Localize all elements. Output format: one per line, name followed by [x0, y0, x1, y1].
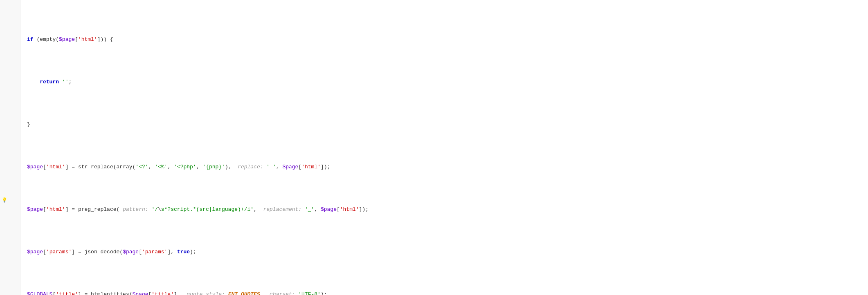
code-line-2: return '';: [27, 78, 868, 87]
ln-28: [0, 231, 20, 240]
ln-1: [0, 2, 20, 10]
ln-6: [0, 44, 20, 53]
code-content: if (empty($page['html'])) { return ''; }…: [20, 0, 868, 295]
ln-26: [0, 214, 20, 223]
ln-9: [0, 69, 20, 78]
ln-33: [0, 274, 20, 282]
ln-24-icon: [0, 197, 20, 206]
ln-12: [0, 95, 20, 104]
editor-container: if (empty($page['html'])) { return ''; }…: [0, 0, 868, 295]
ln-32: [0, 265, 20, 274]
code-line-6: $page['params'] = json_decode($page['par…: [27, 248, 868, 257]
ln-8: [0, 61, 20, 70]
ln-20: [0, 163, 20, 172]
ln-30: [0, 248, 20, 257]
ln-4: [0, 27, 20, 36]
code-line-5: $page['html'] = preg_replace( pattern: '…: [27, 206, 868, 214]
ln-13: [0, 104, 20, 112]
ln-15: [0, 121, 20, 129]
ln-27: [0, 223, 20, 231]
ln-22: [0, 180, 20, 189]
ln-31: [0, 257, 20, 265]
ln-19: [0, 154, 20, 163]
ln-34: [0, 282, 20, 291]
ln-25: [0, 206, 20, 214]
ln-29: [0, 239, 20, 248]
ln-18: [0, 146, 20, 155]
ln-7: [0, 53, 20, 61]
ln-10: [0, 78, 20, 87]
ln-21: [0, 172, 20, 180]
code-line-3: }: [27, 121, 868, 129]
ln-23: [0, 189, 20, 197]
ln-11: [0, 87, 20, 95]
code-line-1: if (empty($page['html'])) {: [27, 36, 868, 44]
ln-16: [0, 129, 20, 138]
ln-5: [0, 36, 20, 44]
ln-3: [0, 19, 20, 27]
ln-17: [0, 138, 20, 146]
code-line-7: $GLOBALS['title'] = htmlentities($page['…: [27, 291, 868, 295]
ln-2: [0, 10, 20, 19]
code-line-4: $page['html'] = str_replace(array('<?', …: [27, 163, 868, 172]
code-area: if (empty($page['html'])) { return ''; }…: [0, 0, 868, 295]
ln-14: [0, 112, 20, 121]
line-gutter: [0, 0, 20, 295]
